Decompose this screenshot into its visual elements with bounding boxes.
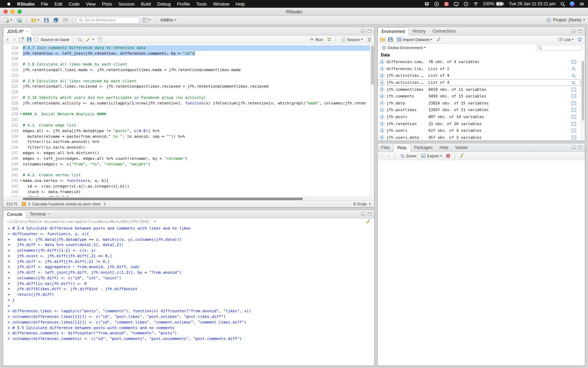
tab-connections[interactable]: Connections: [429, 27, 460, 35]
remove-plot-icon[interactable]: [446, 153, 451, 158]
file-type-selector[interactable]: R Script: [354, 202, 371, 206]
tab-console[interactable]: Console: [3, 210, 26, 218]
menu-item-plots[interactable]: Plots: [99, 1, 115, 7]
zoom-button[interactable]: Zoom: [399, 153, 417, 159]
editor-vertical-scrollbar[interactable]: [370, 44, 374, 197]
environment-scrollbar[interactable]: [581, 60, 584, 140]
close-tab-icon[interactable]: ×: [48, 212, 50, 216]
tab-viewer[interactable]: Viewer: [451, 143, 471, 151]
minimize-pane-icon[interactable]: [361, 29, 365, 33]
refresh-icon[interactable]: [577, 37, 582, 42]
view-table-icon[interactable]: [571, 60, 576, 64]
fold-arrow-icon[interactable]: [20, 113, 22, 115]
import-dataset-button[interactable]: Import Dataset: [396, 36, 433, 43]
scrollbar-thumb[interactable]: [371, 46, 374, 85]
environment-row[interactable]: jfh.comments3493 obs. of 15 variables: [378, 93, 581, 100]
rerun-icon[interactable]: [327, 37, 332, 42]
expand-icon[interactable]: [380, 135, 384, 140]
goto-file-input[interactable]: [85, 18, 134, 22]
siri-icon[interactable]: [570, 1, 575, 6]
load-workspace-icon[interactable]: [380, 37, 385, 42]
scrollbar-thumb[interactable]: [23, 198, 303, 200]
source-button[interactable]: Source: [340, 36, 364, 43]
expand-icon[interactable]: [380, 108, 384, 112]
tab-help[interactable]: Help: [436, 143, 452, 151]
view-table-icon[interactable]: [571, 129, 576, 132]
view-table-icon[interactable]: [571, 115, 576, 119]
environment-row[interactable]: jfh.commentlikes6019 obs. of 11 variable…: [378, 86, 581, 93]
environment-row[interactable]: jfh.data23826 obs. of 15 variables: [378, 100, 581, 107]
status-circle-icon[interactable]: [434, 1, 439, 7]
menu-item-tools[interactable]: Tools: [193, 1, 210, 7]
environment-row[interactable]: jfh.activities.…List of 4: [378, 79, 581, 86]
expand-icon[interactable]: [380, 115, 384, 119]
tab-plots[interactable]: Plots: [393, 144, 411, 152]
maximize-pane-icon[interactable]: [368, 212, 372, 216]
save-all-button[interactable]: [52, 17, 59, 23]
view-table-icon[interactable]: [571, 88, 576, 91]
environment-row[interactable]: jfh.activities.…List of 4: [378, 72, 581, 79]
print-button[interactable]: [62, 17, 69, 23]
tab-history[interactable]: History: [409, 27, 429, 35]
notification-center-icon[interactable]: [579, 1, 584, 7]
save-button[interactable]: [43, 17, 50, 23]
forward-icon[interactable]: [12, 38, 16, 42]
menu-item-file[interactable]: File: [38, 1, 51, 7]
menu-item-debug[interactable]: Debug: [154, 1, 174, 7]
view-table-icon[interactable]: [571, 101, 576, 105]
pane-layout-button[interactable]: [141, 17, 152, 23]
minimize-pane-icon[interactable]: [572, 29, 576, 33]
project-menu[interactable]: Project: (None): [546, 18, 585, 23]
previous-plot-icon[interactable]: [380, 154, 384, 158]
menu-item-edit[interactable]: Edit: [51, 1, 65, 7]
environment-row[interactable]: jfh.postlikes13507 obs. of 11 variables: [378, 107, 581, 114]
find-replace-icon[interactable]: [77, 37, 82, 42]
compile-report-icon[interactable]: [98, 37, 103, 42]
environment-search-input[interactable]: [544, 46, 580, 50]
view-table-icon[interactable]: [571, 94, 576, 98]
scope-selector[interactable]: Global Environment: [380, 45, 427, 51]
fold-arrow-icon[interactable]: [20, 180, 22, 181]
tab-files[interactable]: Files: [378, 143, 393, 151]
expand-icon[interactable]: [380, 67, 384, 71]
environment-row[interactable]: jfh.posts807 obs. of 14 variables: [378, 114, 581, 121]
close-window-button[interactable]: [4, 9, 8, 14]
tab-terminal[interactable]: Terminal×: [26, 210, 54, 218]
maximize-pane-icon[interactable]: [578, 29, 582, 33]
inspect-icon[interactable]: [571, 81, 576, 85]
apple-menu[interactable]: [4, 1, 14, 6]
dropbox-icon[interactable]: [424, 1, 429, 7]
open-file-button[interactable]: [30, 17, 41, 23]
expand-icon[interactable]: [380, 101, 384, 105]
clear-plots-icon[interactable]: [459, 153, 464, 158]
menubar-clock[interactable]: Tue 29 Jan 11:15:11 pm: [509, 1, 555, 6]
menu-item-build[interactable]: Build: [138, 1, 154, 7]
view-table-icon[interactable]: [571, 122, 576, 126]
red-grid-icon[interactable]: [444, 1, 449, 7]
environment-row[interactable]: jfh.users627 obs. of 4 variables: [378, 127, 581, 134]
new-project-button[interactable]: [15, 17, 23, 23]
time-machine-icon[interactable]: [463, 1, 469, 7]
source-on-save-checkbox[interactable]: [34, 38, 38, 41]
expand-icon[interactable]: [380, 94, 384, 98]
environment-row[interactable]: differences.lik…List of 2: [378, 66, 581, 73]
code-tools-button[interactable]: [85, 36, 95, 43]
editor-horizontal-scrollbar[interactable]: [3, 197, 374, 200]
environment-row[interactable]: differences.com…78 obs. of 4 variables: [378, 59, 581, 66]
clear-console-icon[interactable]: [365, 219, 371, 224]
battery-status[interactable]: 100%: [483, 1, 504, 6]
section-navigator[interactable]: # 3. Calculate Facebook activity by each…: [22, 202, 106, 206]
document-outline-icon[interactable]: [366, 37, 372, 42]
new-file-button[interactable]: [3, 17, 13, 23]
expand-icon[interactable]: [380, 60, 384, 64]
minimize-pane-icon[interactable]: [361, 212, 365, 216]
next-plot-icon[interactable]: [387, 154, 391, 158]
maximize-pane-icon[interactable]: [578, 145, 582, 149]
tab-packages[interactable]: Packages: [411, 143, 436, 151]
view-mode-button[interactable]: List: [557, 36, 575, 43]
export-button[interactable]: Export: [420, 152, 443, 159]
environment-row[interactable]: jfh.retention23 obs. of 20 variables: [378, 120, 581, 127]
expand-icon[interactable]: [380, 80, 384, 85]
tab-jove-r[interactable]: JOVE.R* ×: [3, 27, 32, 35]
minimize-window-button[interactable]: [10, 9, 15, 14]
